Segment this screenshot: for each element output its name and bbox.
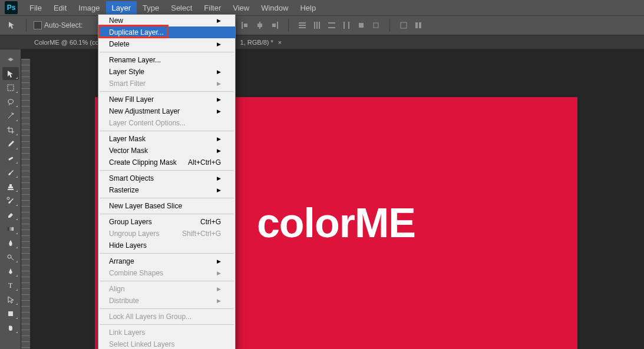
menu-item-label: Delete xyxy=(109,40,130,48)
menu-item-label: Hide Layers xyxy=(109,241,147,250)
menu-separator xyxy=(100,308,234,309)
menu-item-vector-mask[interactable]: Vector Mask▶ xyxy=(98,145,235,157)
menu-item-rename-layer[interactable]: Rename Layer... xyxy=(98,54,235,66)
shape-tool[interactable] xyxy=(2,307,19,320)
align-btn[interactable] xyxy=(340,19,353,32)
marquee-tool[interactable] xyxy=(2,81,19,94)
pen-tool[interactable] xyxy=(2,265,19,278)
close-icon[interactable]: × xyxy=(278,39,282,46)
align-btn[interactable] xyxy=(253,19,266,32)
menu-item-align: Align▶ xyxy=(98,283,235,295)
ruler-vertical[interactable] xyxy=(21,59,31,349)
menu-item-new-adjustment-layer[interactable]: New Adjustment Layer▶ xyxy=(98,105,235,117)
divider xyxy=(288,19,289,32)
chevron-right-icon: ▶ xyxy=(217,175,221,181)
brush-tool[interactable] xyxy=(2,166,19,179)
eraser-tool[interactable] xyxy=(2,208,19,221)
menu-item-delete[interactable]: Delete▶ xyxy=(98,38,235,50)
menu-item-shortcut: Ctrl+G xyxy=(200,218,221,226)
auto-select-toggle[interactable]: Auto-Select: xyxy=(34,21,82,29)
mode-btn[interactable] xyxy=(397,19,410,32)
crop-tool[interactable] xyxy=(2,124,19,137)
gradient-tool[interactable] xyxy=(2,222,19,235)
move-tool[interactable] xyxy=(2,67,19,80)
chevron-right-icon: ▶ xyxy=(217,108,221,114)
menu-item-arrange[interactable]: Arrange▶ xyxy=(98,255,235,267)
svg-rect-19 xyxy=(314,22,315,29)
menu-item-new[interactable]: New▶ xyxy=(98,15,235,26)
chevron-right-icon: ▶ xyxy=(217,258,221,264)
menu-item-layer-mask[interactable]: Layer Mask▶ xyxy=(98,133,235,145)
align-btn[interactable] xyxy=(239,19,252,32)
menu-item-duplicate-layer[interactable]: Duplicate Layer... xyxy=(98,26,235,38)
mode-btn[interactable] xyxy=(412,19,425,32)
menu-item-new-layer-based-slice[interactable]: New Layer Based Slice xyxy=(98,200,235,212)
svg-rect-24 xyxy=(344,22,345,29)
menu-item-rasterize[interactable]: Rasterize▶ xyxy=(98,184,235,196)
path-select-tool[interactable] xyxy=(2,293,19,306)
menu-item-group-layers[interactable]: Group LayersCtrl+G xyxy=(98,216,235,228)
menu-view[interactable]: View xyxy=(227,1,255,15)
menu-help[interactable]: Help xyxy=(294,1,322,15)
menu-filter[interactable]: Filter xyxy=(198,1,227,15)
move-tool-indicator-icon xyxy=(6,19,19,32)
type-tool[interactable]: T xyxy=(2,279,19,292)
menu-item-label: Group Layers xyxy=(109,218,152,226)
auto-select-label: Auto-Select: xyxy=(44,21,82,29)
menu-item-new-fill-layer[interactable]: New Fill Layer▶ xyxy=(98,94,235,105)
dodge-tool[interactable] xyxy=(2,251,19,264)
align-btn[interactable] xyxy=(268,19,281,32)
menu-item-label: Arrange xyxy=(109,257,134,265)
menu-item-smart-objects[interactable]: Smart Objects▶ xyxy=(98,172,235,184)
svg-rect-17 xyxy=(299,25,306,26)
menu-item-lock-all-layers-in-group: Lock All Layers in Group... xyxy=(98,311,235,323)
svg-rect-12 xyxy=(259,22,260,29)
menu-select[interactable]: Select xyxy=(165,1,198,15)
document-tab[interactable]: ColorME @ 60.1% (co xyxy=(28,36,105,48)
menu-type[interactable]: Type xyxy=(137,1,165,15)
menu-item-layer-style[interactable]: Layer Style▶ xyxy=(98,66,235,78)
menu-item-hide-layers[interactable]: Hide Layers xyxy=(98,240,235,251)
menu-item-label: Link Layers xyxy=(109,328,145,337)
menu-image[interactable]: Image xyxy=(72,1,105,15)
blur-tool[interactable] xyxy=(2,237,19,250)
svg-rect-25 xyxy=(348,22,349,29)
history-brush-tool[interactable] xyxy=(2,194,19,207)
menu-file[interactable]: File xyxy=(24,1,48,15)
expand-handle[interactable] xyxy=(2,53,19,66)
stamp-tool[interactable] xyxy=(2,180,19,193)
menu-item-label: Layer Mask xyxy=(109,135,146,143)
menu-item-label: Rasterize xyxy=(109,186,139,194)
align-btn[interactable] xyxy=(325,19,338,32)
svg-point-35 xyxy=(8,255,11,258)
chevron-right-icon: ▶ xyxy=(217,136,221,142)
lasso-tool[interactable] xyxy=(2,95,19,108)
svg-rect-37 xyxy=(8,311,13,316)
align-btn[interactable] xyxy=(355,19,368,32)
menu-item-smart-filter: Smart Filter▶ xyxy=(98,78,235,89)
chevron-right-icon: ▶ xyxy=(217,69,221,75)
chevron-right-icon: ▶ xyxy=(217,270,221,276)
menu-item-create-clipping-mask[interactable]: Create Clipping MaskAlt+Ctrl+G xyxy=(98,157,235,168)
menu-item-label: Create Clipping Mask xyxy=(109,158,177,167)
eyedropper-tool[interactable] xyxy=(2,138,19,151)
heal-tool[interactable] xyxy=(2,152,19,165)
menu-layer[interactable]: Layer xyxy=(106,1,137,15)
align-btn[interactable] xyxy=(311,19,323,32)
align-btn[interactable] xyxy=(296,19,309,32)
svg-point-33 xyxy=(7,197,9,200)
menu-item-combine-shapes: Combine Shapes▶ xyxy=(98,267,235,279)
menu-window[interactable]: Window xyxy=(255,1,294,15)
divider xyxy=(26,19,27,32)
document-tab-bar: ColorME @ 60.1% (co 1, RGB/8) * × xyxy=(0,35,644,49)
menu-edit[interactable]: Edit xyxy=(48,1,72,15)
align-btn[interactable] xyxy=(369,19,382,32)
hand-tool[interactable] xyxy=(2,321,19,334)
menu-item-label: New Adjustment Layer xyxy=(109,107,180,115)
chevron-right-icon: ▶ xyxy=(217,286,221,292)
svg-rect-22 xyxy=(328,22,335,24)
menu-item-label: New Layer Based Slice xyxy=(109,202,182,210)
svg-rect-20 xyxy=(316,22,318,29)
menu-item-label: Align xyxy=(109,285,125,293)
wand-tool[interactable] xyxy=(2,109,19,122)
